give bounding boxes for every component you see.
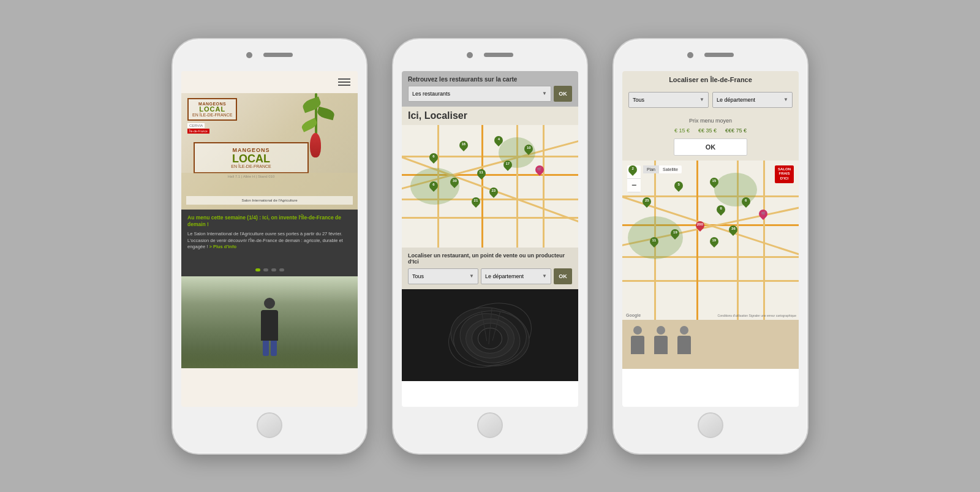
hero-salon-text: Salon International de l'Agriculture bbox=[190, 199, 349, 202]
phone-3: Localiser en Île-de-France Tous ▼ Le dép… bbox=[612, 38, 809, 455]
localize-select-type-arrow: ▼ bbox=[469, 273, 474, 279]
map-pin-5[interactable]: 17 bbox=[503, 161, 512, 172]
price-section: Prix menu moyen € 15 € €€ 35 € €€€ 75 € … bbox=[622, 115, 799, 161]
screen3-title: Localiser en Île-de-France bbox=[628, 76, 793, 83]
cervia-badge: CERVIA bbox=[187, 123, 205, 128]
map3-pin-15[interactable]: 15 bbox=[710, 178, 718, 189]
veg-leaf2 bbox=[316, 106, 335, 120]
person-head bbox=[264, 298, 275, 309]
screen2-header-row: Les restaurants ▼ OK bbox=[408, 86, 572, 102]
map-pin-9[interactable]: 23 bbox=[489, 187, 498, 199]
person-sil-3 bbox=[675, 326, 693, 363]
map3-pin-36[interactable]: 36 bbox=[729, 225, 737, 237]
filter-select-dept[interactable]: Le département ▼ bbox=[712, 92, 793, 108]
localize-row: Tous ▼ Le département ▼ OK bbox=[408, 268, 572, 284]
map-pin-10[interactable]: 21 bbox=[472, 197, 480, 208]
logo-text-idf: EN ÎLE-DE-FRANCE bbox=[192, 113, 232, 117]
ok-button-localize[interactable]: OK bbox=[554, 268, 572, 284]
restaurant-photo bbox=[622, 320, 799, 369]
map3-pin-a13[interactable]: 5 bbox=[674, 181, 683, 192]
map3-pin-25[interactable]: 25 bbox=[643, 197, 651, 208]
map-type-plan[interactable]: Plan bbox=[643, 165, 659, 173]
map-pin-7[interactable]: 30 bbox=[450, 178, 459, 189]
ok-button-header[interactable]: OK bbox=[554, 86, 572, 102]
phone-1-screen: MANGEONS LOCAL EN ÎLE-DE-FRANCE CERVIA Î… bbox=[181, 71, 358, 407]
person-leg-left bbox=[263, 341, 269, 356]
carousel-dots bbox=[181, 265, 358, 276]
price-option-2[interactable]: €€ 35 € bbox=[698, 127, 717, 134]
price-option-1[interactable]: € 15 € bbox=[674, 127, 690, 134]
dot-1[interactable] bbox=[255, 268, 260, 271]
map-type-satellite[interactable]: Satellite bbox=[659, 165, 682, 173]
phone-2-speaker bbox=[484, 53, 513, 57]
map-canvas-3[interactable]: + − Plan Satellite SALONFRAISD'ICI 25 bbox=[622, 161, 799, 320]
localize-select-dept-value: Le département bbox=[485, 273, 524, 279]
news-body: Le Salon International de l'Agriculture … bbox=[187, 231, 352, 251]
phone-3-top bbox=[614, 39, 807, 71]
phone-1-speaker bbox=[263, 53, 293, 57]
phone-3-screen: Localiser en Île-de-France Tous ▼ Le dép… bbox=[622, 71, 799, 407]
map3-pin-6b[interactable]: 6 bbox=[742, 197, 750, 208]
price-option-3[interactable]: €€€ 75 € bbox=[725, 127, 747, 134]
zoom-out-button[interactable]: − bbox=[627, 179, 641, 192]
phone-2-bottom bbox=[393, 407, 587, 444]
map-pin-1[interactable]: 6 bbox=[429, 153, 438, 164]
ok-button-price[interactable]: OK bbox=[674, 138, 747, 156]
news-link[interactable]: > Plus d'info bbox=[209, 244, 236, 249]
phone-1-bottom bbox=[173, 407, 366, 444]
screen1-header bbox=[181, 71, 358, 93]
dot-4[interactable] bbox=[279, 268, 284, 271]
restaurant-select-value: Les restaurants bbox=[412, 91, 450, 97]
news-title: Au menu cette semaine (1/4) : Ici, on in… bbox=[187, 214, 352, 229]
map3-pin-2[interactable]: 2 bbox=[628, 165, 637, 176]
map-canvas-2[interactable]: 6 16 4 10 17 bbox=[402, 125, 578, 248]
google-logo: Google bbox=[626, 313, 641, 317]
localize-select-type[interactable]: Tous ▼ bbox=[408, 268, 478, 284]
price-label: Prix menu moyen bbox=[628, 118, 793, 124]
screen2-header-title: Retrouvez les restaurants sur la carte bbox=[408, 76, 572, 83]
dot-2[interactable] bbox=[263, 268, 268, 271]
logo-text-local: LOCAL bbox=[192, 106, 232, 113]
localize-select-type-value: Tous bbox=[412, 273, 424, 279]
farmer-photo bbox=[181, 276, 358, 368]
screen2-header: Retrouvez les restaurants sur la carte L… bbox=[402, 71, 578, 107]
home-button-3[interactable] bbox=[698, 412, 723, 438]
map3-pin-11[interactable]: 11 bbox=[650, 237, 658, 248]
map-pin-pink[interactable]: 🛒 bbox=[535, 165, 544, 176]
phone-1: MANGEONS LOCAL EN ÎLE-DE-FRANCE CERVIA Î… bbox=[172, 38, 368, 455]
filter-select-type[interactable]: Tous ▼ bbox=[628, 92, 709, 108]
veg-root bbox=[310, 133, 321, 157]
map-pin-8[interactable]: 6 bbox=[429, 181, 438, 192]
map3-pin-19b[interactable]: 19 bbox=[710, 237, 718, 248]
person-sil-2 bbox=[652, 326, 670, 363]
restaurant-select[interactable]: Les restaurants ▼ bbox=[408, 86, 551, 102]
center-logo-box: MANGEONS LOCAL EN ÎLE-DE-FRANCE bbox=[194, 142, 309, 173]
map-pin-6[interactable]: 11 bbox=[477, 169, 486, 180]
map3-pin-19[interactable]: 19 bbox=[671, 229, 679, 240]
phone-1-camera bbox=[246, 52, 252, 58]
filter-dept-arrow: ▼ bbox=[783, 97, 788, 102]
cabbage-graphic bbox=[441, 295, 539, 375]
map3-pin-pink[interactable]: 🛒 bbox=[759, 210, 767, 221]
map-pin-3[interactable]: 4 bbox=[494, 136, 503, 147]
hero-banner: MANGEONS LOCAL EN ÎLE-DE-FRANCE CERVIA Î… bbox=[181, 93, 358, 210]
sil-body-1 bbox=[631, 336, 644, 354]
localize-select-dept[interactable]: Le département ▼ bbox=[481, 268, 551, 284]
localize-section: Localiser un restaurant, un point de ven… bbox=[402, 248, 578, 289]
filter-type-arrow: ▼ bbox=[699, 97, 704, 102]
screen3-header: Localiser en Île-de-France bbox=[622, 71, 799, 88]
map3-pin-200[interactable]: 200 bbox=[696, 221, 704, 232]
home-button-2[interactable] bbox=[477, 412, 503, 438]
screen3-map: + − Plan Satellite SALONFRAISD'ICI 25 bbox=[622, 161, 799, 320]
dot-3[interactable] bbox=[271, 268, 276, 271]
home-button-1[interactable] bbox=[257, 412, 282, 438]
map3-pin-6[interactable]: 6 bbox=[717, 205, 725, 216]
hamburger-icon[interactable] bbox=[338, 78, 350, 86]
map-pin-2[interactable]: 16 bbox=[459, 141, 468, 152]
phone-2: Retrouvez les restaurants sur la carte L… bbox=[392, 38, 588, 455]
map-section-header: Ici, Localiser bbox=[402, 107, 578, 125]
map-pin-4[interactable]: 10 bbox=[524, 145, 533, 156]
phone-3-speaker bbox=[704, 53, 734, 57]
phone-2-screen: Retrouvez les restaurants sur la carte L… bbox=[402, 71, 578, 407]
filter-select-dept-value: Le département bbox=[717, 97, 755, 103]
